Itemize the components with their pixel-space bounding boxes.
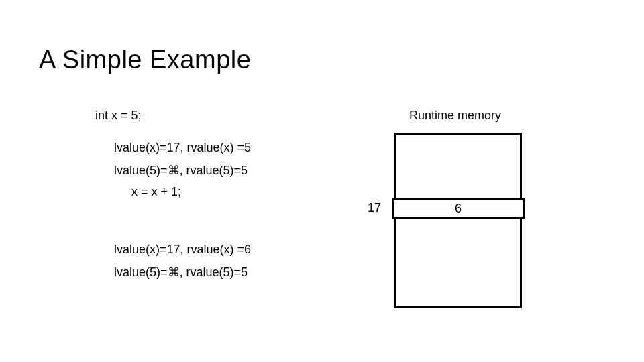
lvalue-rvalue-line-3: lvalue(x)=17, rvalue(x) =6 [114,243,251,257]
code-declaration: int x = 5; [95,109,142,123]
lvalue-rvalue-line-4: lvalue(5)=⌘, rvalue(5)=5 [114,265,248,280]
runtime-memory-label: Runtime memory [409,109,501,123]
slide: A Simple Example int x = 5; lvalue(x)=17… [0,0,644,362]
slide-title: A Simple Example [39,46,251,74]
memory-box [394,133,522,308]
memory-address: 17 [368,201,381,215]
code-statement: x = x + 1; [131,185,181,199]
memory-cell: 6 [392,198,525,219]
lvalue-rvalue-line-1: lvalue(x)=17, rvalue(x) =5 [114,141,251,155]
lvalue-rvalue-line-2: lvalue(5)=⌘, rvalue(5)=5 [114,163,248,178]
